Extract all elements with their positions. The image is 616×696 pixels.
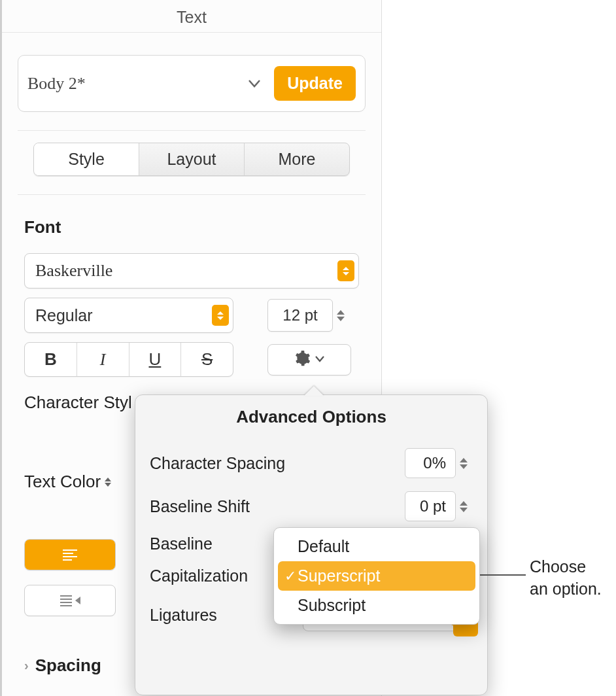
baseline-option-default[interactable]: Default [278,532,475,561]
paragraph-style-name: Body 2* [27,74,245,94]
character-spacing-stepper[interactable] [460,458,473,469]
font-family-dropdown[interactable]: Baskerville [24,253,359,288]
chevron-down-icon[interactable] [245,75,264,93]
panel-title: Text [2,0,381,33]
font-weight-value: Regular [35,306,212,325]
italic-button[interactable]: I [77,343,129,376]
tab-layout[interactable]: Layout [139,143,244,175]
align-left-button[interactable] [24,539,116,570]
text-color-text: Text Color [24,472,101,492]
spacing-label: Spacing [35,655,101,676]
chevron-right-icon: › [24,658,29,673]
gear-icon [294,350,311,370]
divider [18,194,366,195]
character-spacing-row: Character Spacing 0% [135,442,487,485]
updown-icon [105,478,111,487]
decrease-indent-button[interactable] [24,585,116,616]
bold-button[interactable]: B [25,343,77,376]
baseline-shift-stepper[interactable] [460,501,473,512]
strikethrough-button[interactable]: S [181,343,233,376]
tab-more[interactable]: More [245,143,349,175]
font-size-control: 12 pt [267,299,350,332]
baseline-shift-field[interactable]: 0 pt [405,491,456,521]
baseline-menu: Default Superscript Subscript [273,527,480,625]
font-weight-dropdown[interactable]: Regular [24,298,233,333]
character-spacing-label: Character Spacing [150,454,285,473]
annotation-leader-line [476,574,526,576]
divider [18,130,366,131]
baseline-shift-label: Baseline Shift [150,497,250,516]
font-family-value: Baskerville [35,261,337,281]
baseline-label: Baseline [150,534,213,553]
underline-button[interactable]: U [129,343,181,376]
text-format-group: B I U S [24,342,233,377]
popover-title: Advanced Options [135,407,487,427]
advanced-options-button[interactable] [267,344,351,375]
align-left-icon [63,549,77,561]
inspector-tabs: Style Layout More [33,143,350,176]
indent-lines-icon [60,595,72,606]
chevron-down-icon [315,354,325,366]
capitalization-label: Capitalization [150,566,248,585]
baseline-option-subscript[interactable]: Subscript [278,591,475,620]
updown-icon [212,305,229,326]
arrow-left-icon [75,597,80,604]
font-size-field[interactable]: 12 pt [267,299,333,332]
baseline-option-superscript[interactable]: Superscript [278,561,475,591]
font-size-stepper[interactable] [337,310,350,321]
annotation-text: Choose an option. [530,556,602,600]
paragraph-style-row: Body 2* Update [18,55,366,112]
font-section-label: Font [24,217,359,237]
update-style-button[interactable]: Update [274,66,356,101]
ligatures-label: Ligatures [150,606,217,625]
character-spacing-field[interactable]: 0% [405,448,456,478]
tab-style[interactable]: Style [34,143,139,175]
baseline-shift-row: Baseline Shift 0 pt [135,485,487,528]
updown-icon [337,260,354,281]
